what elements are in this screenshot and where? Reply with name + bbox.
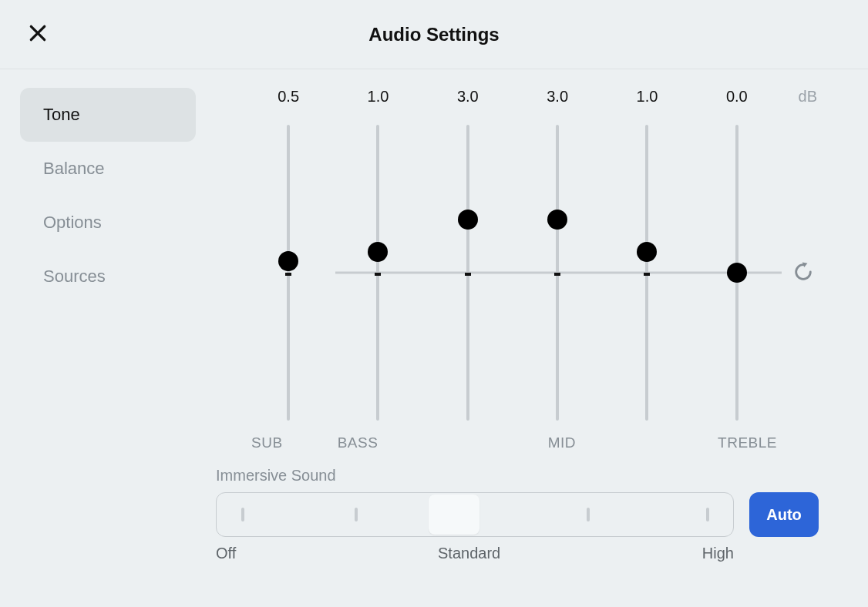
sidebar-item-label: Options (43, 213, 102, 232)
close-button[interactable] (28, 23, 48, 43)
immersive-label-high: High (702, 545, 734, 562)
eq-labels-row: SUB BASS MID TREBLE (244, 434, 782, 451)
header: Audio Settings (0, 0, 868, 69)
sidebar-item-label: Balance (43, 159, 105, 178)
eq-value: 1.0 (602, 88, 691, 106)
immersive-section: Immersive Sound Off Standard High (216, 467, 845, 562)
eq-value: 0.5 (244, 88, 333, 106)
sidebar-item-tone[interactable]: Tone (20, 88, 196, 142)
page-title: Audio Settings (368, 24, 499, 45)
eq-thumb[interactable] (727, 263, 747, 283)
eq-sliders (244, 125, 782, 421)
immersive-tick (587, 508, 590, 521)
eq-slider-bass[interactable] (333, 125, 422, 421)
eq-value: 1.0 (333, 88, 422, 106)
eq-band-label: SUB (244, 434, 338, 451)
unit-label: dB (799, 88, 817, 106)
immersive-tick (355, 508, 358, 521)
immersive-labels: Off Standard High (216, 545, 734, 562)
immersive-thumb[interactable] (429, 495, 479, 535)
immersive-slider[interactable] (216, 492, 734, 537)
eq-band-label: BASS (338, 434, 424, 451)
reset-icon (792, 261, 814, 283)
eq-thumb[interactable] (278, 251, 298, 271)
eq-band-label (605, 434, 691, 451)
immersive-title: Immersive Sound (216, 467, 845, 485)
reset-button[interactable] (792, 261, 814, 283)
eq-thumb[interactable] (637, 242, 657, 262)
close-icon (28, 23, 48, 43)
sidebar-item-balance[interactable]: Balance (20, 142, 196, 196)
eq-thumb[interactable] (368, 242, 388, 262)
eq-slider-lowmid[interactable] (423, 125, 513, 421)
immersive-tick (241, 508, 244, 521)
eq-band-label (423, 434, 510, 451)
eq-slider-mid[interactable] (513, 125, 602, 421)
sidebar-item-sources[interactable]: Sources (20, 250, 196, 304)
eq-slider-sub[interactable] (244, 125, 333, 421)
eq-slider-treble[interactable] (692, 125, 782, 421)
eq-area: 0.5 1.0 3.0 3.0 1.0 0.0 dB (216, 88, 845, 458)
immersive-label-off: Off (216, 545, 236, 562)
sidebar: Tone Balance Options Sources (0, 88, 216, 562)
eq-thumb[interactable] (547, 210, 567, 230)
eq-thumb[interactable] (458, 210, 478, 230)
auto-button[interactable]: Auto (749, 492, 819, 537)
sidebar-item-label: Tone (43, 105, 80, 124)
sidebar-item-label: Sources (43, 267, 106, 286)
eq-value: 3.0 (423, 88, 513, 106)
eq-band-label: MID (510, 434, 605, 451)
sidebar-item-options[interactable]: Options (20, 196, 196, 250)
body: Tone Balance Options Sources 0.5 1.0 3.0… (0, 69, 868, 562)
eq-values-row: 0.5 1.0 3.0 3.0 1.0 0.0 (244, 88, 782, 106)
main-panel: 0.5 1.0 3.0 3.0 1.0 0.0 dB (216, 88, 868, 562)
eq-slider-highmid[interactable] (602, 125, 691, 421)
eq-value: 0.0 (692, 88, 782, 106)
immersive-label-standard: Standard (438, 545, 500, 562)
immersive-slider-wrap: Off Standard High (216, 492, 734, 562)
eq-value: 3.0 (513, 88, 602, 106)
eq-band-label: TREBLE (691, 434, 782, 451)
immersive-tick (706, 508, 709, 521)
